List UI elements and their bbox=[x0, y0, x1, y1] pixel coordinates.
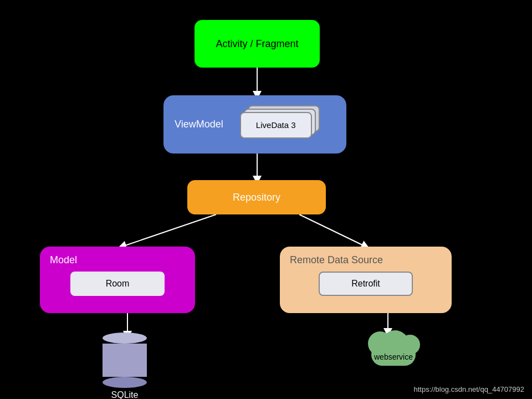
svg-line-2 bbox=[122, 214, 216, 247]
url-text: https://blog.csdn.net/qq_44707992 bbox=[414, 385, 525, 393]
remote-data-source-box: Remote Data Source Retrofit bbox=[280, 247, 452, 313]
livedata-card-front: LiveData 3 bbox=[240, 112, 312, 139]
footer-url: https://blog.csdn.net/qq_44707992 bbox=[414, 385, 525, 393]
retrofit-label: Retrofit bbox=[351, 279, 380, 289]
architecture-diagram: Activity / Fragment ViewModel LiveData 3… bbox=[0, 0, 532, 399]
cloud-bump3 bbox=[400, 335, 420, 355]
svg-line-3 bbox=[299, 214, 366, 247]
livedata-stack: LiveData 3 bbox=[240, 105, 318, 144]
cylinder-bottom bbox=[103, 377, 147, 388]
cloud-icon: webservice bbox=[360, 332, 427, 366]
livedata-label: LiveData 3 bbox=[256, 120, 296, 130]
webservice-label: webservice bbox=[360, 352, 427, 361]
viewmodel-label: ViewModel bbox=[175, 119, 223, 130]
retrofit-card: Retrofit bbox=[319, 272, 413, 296]
repository-label: Repository bbox=[233, 192, 280, 203]
cylinder-top bbox=[103, 332, 147, 344]
remote-label: Remote Data Source bbox=[290, 254, 383, 266]
room-label: Room bbox=[106, 279, 130, 289]
model-box: Model Room bbox=[40, 247, 195, 313]
viewmodel-box: ViewModel LiveData 3 bbox=[163, 95, 346, 154]
webservice-container: webservice bbox=[360, 332, 427, 366]
repository-box: Repository bbox=[187, 180, 326, 214]
sqlite-container: SQLite bbox=[103, 332, 147, 399]
activity-fragment-box: Activity / Fragment bbox=[195, 20, 320, 68]
sqlite-label: SQLite bbox=[111, 390, 139, 399]
model-label: Model bbox=[50, 254, 77, 266]
room-card: Room bbox=[70, 272, 165, 296]
cylinder-body bbox=[103, 344, 147, 377]
activity-fragment-label: Activity / Fragment bbox=[216, 38, 298, 50]
